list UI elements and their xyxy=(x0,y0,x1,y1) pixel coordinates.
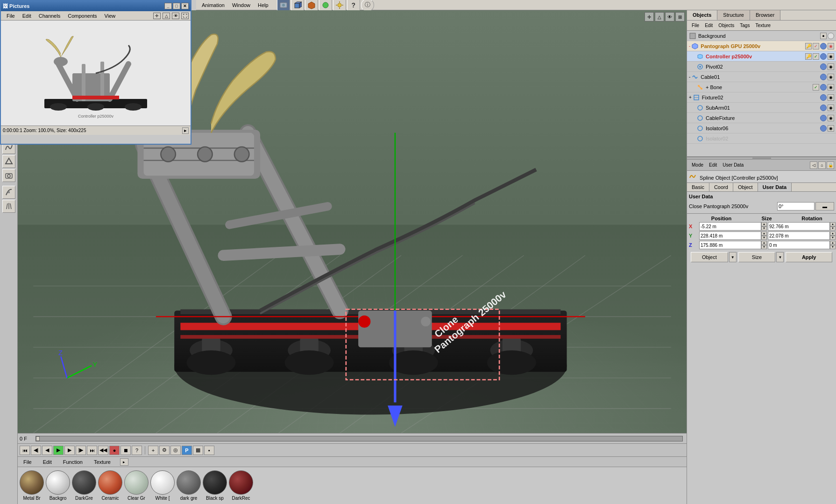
x-size-input[interactable] xyxy=(768,222,830,231)
x-size-spinner[interactable]: ▲ ▼ xyxy=(830,222,836,231)
apply-button[interactable]: Apply xyxy=(786,252,832,262)
menu-window[interactable]: Window xyxy=(228,1,254,9)
toolbar-sphere-btn[interactable] xyxy=(319,0,332,12)
y-position-input[interactable] xyxy=(699,231,761,240)
object-button[interactable]: Object xyxy=(691,252,728,262)
viewport-move-icon[interactable]: ✛ xyxy=(645,12,654,21)
cable-extra-icon[interactable]: ◉ xyxy=(828,74,834,80)
toolbar-cube-btn[interactable] xyxy=(291,0,304,12)
timeline-slider[interactable] xyxy=(35,436,683,441)
bg-vis-icon[interactable]: ● xyxy=(820,33,827,39)
transport-settings[interactable]: ⚙ xyxy=(159,446,170,455)
fixture-collapse-icon[interactable]: + xyxy=(689,95,692,100)
material-item-background[interactable]: Backgro xyxy=(46,470,70,501)
obj-cablefixture[interactable]: CableFixture ◉ xyxy=(687,113,836,123)
pictures-close-btn[interactable]: ✕ xyxy=(181,3,189,9)
pictures-menu-components[interactable]: Components xyxy=(64,12,100,20)
z-pos-spinner[interactable]: ▲ ▼ xyxy=(761,241,767,249)
mat-menu-texture[interactable]: Texture xyxy=(90,458,114,466)
bone-check-icon[interactable]: ✓ xyxy=(813,84,819,91)
toolbar-polygon-btn[interactable] xyxy=(305,0,318,12)
size-button[interactable]: Size xyxy=(738,252,776,262)
transport-next-key[interactable]: |▶ xyxy=(76,446,86,455)
mat-menu-file[interactable]: File xyxy=(20,458,35,466)
obj-cable01[interactable]: - Cable01 ◉ xyxy=(687,72,836,82)
user-data-slider-btn[interactable]: ▬ xyxy=(815,202,834,210)
props-lock-icon[interactable]: 🔒 xyxy=(827,161,834,169)
y-size-input[interactable] xyxy=(768,231,830,240)
pictures-menu-file[interactable]: File xyxy=(3,12,19,20)
toolbar-help-btn[interactable]: ? xyxy=(347,0,360,12)
props-tab-coord[interactable]: Coord xyxy=(709,183,733,191)
transport-snap[interactable]: ◎ xyxy=(170,446,181,455)
tab-structure[interactable]: Structure xyxy=(717,10,750,20)
user-data-input-0[interactable] xyxy=(777,202,815,210)
obj-pantograph-gpu[interactable]: - Pantograph GPU 25000v 🔑 ✓ ◉ xyxy=(687,41,836,51)
pictures-maximize-btn[interactable]: □ xyxy=(173,3,180,9)
transport-prev[interactable]: ◀ xyxy=(42,446,52,455)
z-position-input[interactable] xyxy=(699,241,761,249)
toolbar-camera-btn[interactable] xyxy=(277,0,290,12)
y-size-spinner[interactable]: ▲ ▼ xyxy=(830,231,836,240)
obj-controller[interactable]: Controller p25000v 🔑 ✓ ◉ xyxy=(687,51,836,62)
transport-play[interactable]: ▶ xyxy=(53,446,64,455)
transport-prev-frame[interactable]: ◀◀ xyxy=(98,446,108,455)
pictures-menu-channels[interactable]: Channels xyxy=(35,12,64,20)
cable-collapse-icon[interactable]: - xyxy=(689,74,690,79)
transport-end[interactable]: ⏭ xyxy=(87,446,97,455)
props-home-icon[interactable]: ⌂ xyxy=(818,161,826,169)
transport-plus[interactable]: + xyxy=(148,446,158,455)
panto-check-icon[interactable]: ✓ xyxy=(813,43,819,49)
size-dropdown[interactable]: ▼ xyxy=(776,252,784,262)
z-size-input[interactable] xyxy=(768,241,830,249)
ctrl-check-icon[interactable]: ✓ xyxy=(813,53,819,60)
props-edit-item[interactable]: Edit xyxy=(706,162,720,168)
mat-menu-function[interactable]: Function xyxy=(59,458,86,466)
mat-menu-edit[interactable]: Edit xyxy=(39,458,56,466)
x-pos-spinner[interactable]: ▲ ▼ xyxy=(761,222,767,231)
tool-camera[interactable] xyxy=(2,169,15,182)
material-item-clearGr[interactable]: Clear Gr xyxy=(124,470,149,501)
ctrl-tag-icon[interactable]: 🔑 xyxy=(805,53,812,60)
pivot-extra-icon[interactable]: ◉ xyxy=(828,63,834,70)
transport-stop[interactable]: ⏹ xyxy=(120,446,131,455)
obj-subarm01[interactable]: SubArm01 ◉ xyxy=(687,103,836,113)
pictures-tool-triangle[interactable]: △ xyxy=(163,13,170,19)
menu-help[interactable]: Help xyxy=(254,1,272,9)
props-back-icon[interactable]: ◁ xyxy=(810,161,817,169)
pictures-tool-eye[interactable]: 👁 xyxy=(172,13,179,19)
props-tab-basic[interactable]: Basic xyxy=(687,183,709,191)
menu-animation[interactable]: Animation xyxy=(198,1,228,9)
viewport-grid-icon[interactable]: ⊞ xyxy=(675,12,685,21)
pictures-menu-edit[interactable]: Edit xyxy=(19,12,35,20)
transport-record[interactable]: ● xyxy=(109,446,120,455)
tool-deformer[interactable] xyxy=(2,186,15,199)
panto-key-icon[interactable]: 🔑 xyxy=(805,43,812,49)
panel-menu-texture[interactable]: Texture xyxy=(752,22,773,28)
obj-fixture02[interactable]: + Fixture02 ◉ xyxy=(687,92,836,103)
material-item-metalBr[interactable]: Metal Br xyxy=(20,470,44,501)
tab-browser[interactable]: Browser xyxy=(750,10,780,20)
iso06-extra-icon[interactable]: ◉ xyxy=(828,125,834,132)
obj-isolator06[interactable]: Isolator06 ◉ xyxy=(687,123,836,133)
pictures-tool-expand[interactable]: ⛶ xyxy=(181,13,189,19)
bone-extra-icon[interactable]: ◉ xyxy=(828,84,834,91)
panel-menu-edit[interactable]: Edit xyxy=(702,22,716,28)
obj-background[interactable]: Background ● xyxy=(687,31,836,41)
subarm-extra-icon[interactable]: ◉ xyxy=(828,105,834,111)
y-pos-spinner[interactable]: ▲ ▼ xyxy=(761,231,767,240)
transport-P-btn[interactable]: P xyxy=(182,446,192,455)
transport-start[interactable]: ⏮ xyxy=(20,446,30,455)
objects-list[interactable]: Background ● - Pantograph GPU 25000v xyxy=(687,31,836,157)
panel-menu-objects[interactable]: Objects xyxy=(716,22,737,28)
pictures-tool-move[interactable]: ✛ xyxy=(153,13,161,19)
x-position-input[interactable] xyxy=(699,222,761,231)
obj-pivot02[interactable]: Pivot02 ◉ xyxy=(687,62,836,72)
transport-extra2[interactable]: ▪ xyxy=(204,446,214,455)
transport-question[interactable]: ? xyxy=(132,446,142,455)
cf-extra-icon[interactable]: ◉ xyxy=(828,115,834,121)
transport-next[interactable]: ▶ xyxy=(64,446,75,455)
z-size-spinner[interactable]: ▲ ▼ xyxy=(830,241,836,249)
toolbar-info-btn[interactable]: ⓘ xyxy=(361,0,374,12)
pantograph-collapse-icon[interactable]: - xyxy=(689,43,690,49)
